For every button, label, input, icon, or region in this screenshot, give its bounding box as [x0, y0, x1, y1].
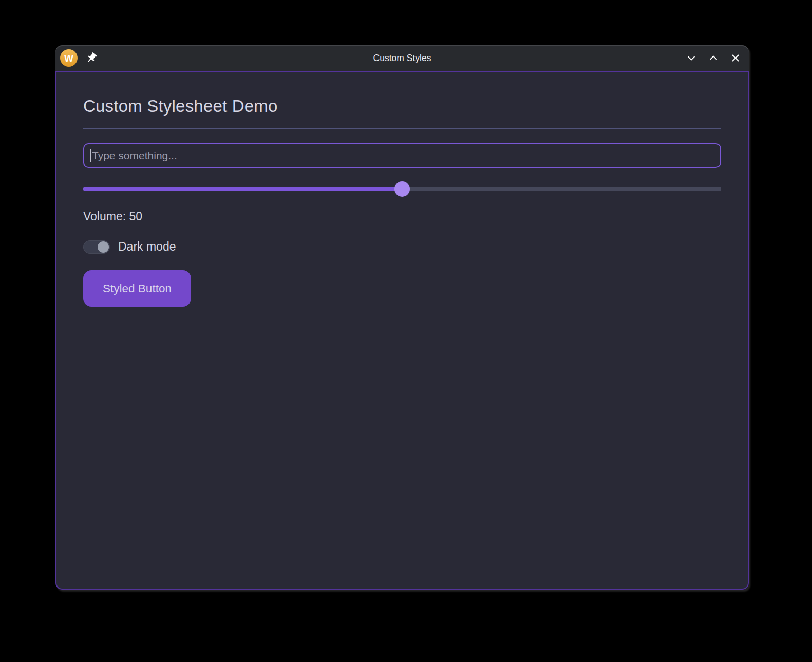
chevron-down-icon [685, 52, 697, 64]
titlebar-left: W [55, 49, 98, 67]
chevron-up-icon [707, 52, 720, 64]
titlebar-controls [685, 51, 749, 65]
slider-handle[interactable] [394, 181, 410, 197]
desktop-background: W Custom Styles [0, 0, 812, 662]
page-title: Custom Stylesheet Demo [83, 97, 721, 116]
text-input[interactable] [84, 144, 720, 167]
text-cursor [90, 149, 91, 162]
maximize-button[interactable] [707, 51, 720, 65]
text-input-wrap [83, 143, 721, 168]
close-button[interactable] [729, 51, 742, 65]
titlebar[interactable]: W Custom Styles [55, 45, 749, 71]
app-icon-letter: W [64, 53, 73, 63]
window-content: Custom Stylesheet Demo Volume: 50 Dark m… [55, 71, 749, 590]
dark-mode-row: Dark mode [83, 240, 721, 254]
volume-slider[interactable] [83, 181, 721, 197]
dark-mode-label: Dark mode [118, 240, 176, 254]
app-icon[interactable]: W [60, 49, 78, 67]
volume-label: Volume: 50 [83, 210, 721, 223]
dark-mode-toggle[interactable] [83, 240, 110, 254]
app-window: W Custom Styles [55, 45, 749, 590]
pushpin-icon [85, 52, 98, 64]
divider [83, 128, 721, 129]
styled-button[interactable]: Styled Button [83, 270, 191, 307]
toggle-knob [98, 241, 109, 253]
minimize-button[interactable] [685, 51, 698, 65]
close-icon [729, 52, 742, 64]
pin-icon[interactable] [85, 51, 98, 65]
window-title: Custom Styles [55, 53, 749, 64]
slider-fill [83, 187, 402, 191]
